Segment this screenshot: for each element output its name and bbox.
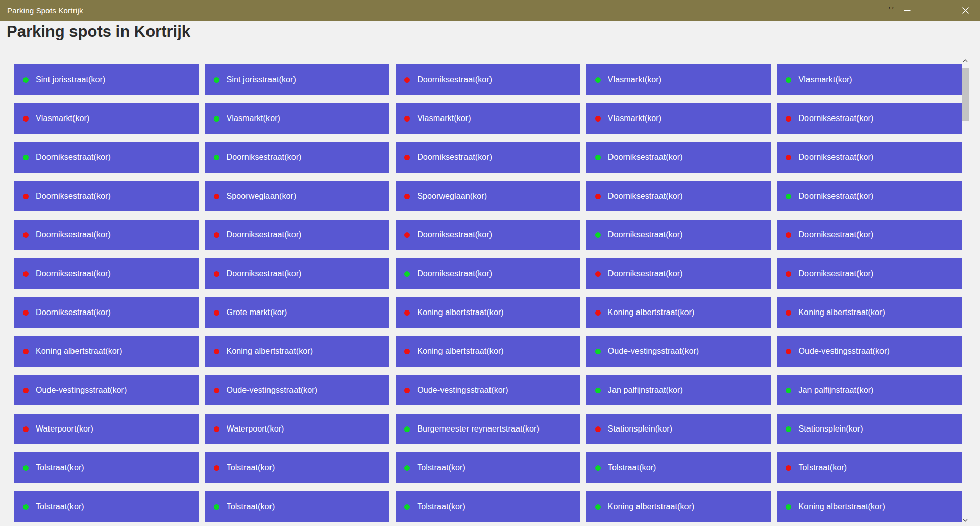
spot-button[interactable]: Doorniksestraat(kor): [777, 258, 962, 289]
spot-button[interactable]: Jan palfijnstraat(kor): [586, 375, 771, 405]
spot-button[interactable]: Doorniksestraat(kor): [777, 181, 962, 211]
status-dot-green: [786, 77, 791, 83]
spot-button[interactable]: Waterpoort(kor): [205, 414, 390, 444]
spot-button[interactable]: Vlasmarkt(kor): [586, 103, 771, 134]
spot-button[interactable]: Tolstraat(kor): [205, 452, 390, 483]
spot-button[interactable]: Tolstraat(kor): [777, 452, 962, 483]
spot-button[interactable]: Vlasmarkt(kor): [396, 103, 580, 134]
spot-button[interactable]: Oude-vestingsstraat(kor): [14, 375, 199, 405]
status-dot-green: [595, 388, 601, 393]
spot-button[interactable]: Vlasmarkt(kor): [14, 103, 199, 134]
scroll-up-button[interactable]: [962, 57, 969, 64]
status-dot-red: [786, 232, 791, 238]
spot-button[interactable]: Doorniksestraat(kor): [14, 181, 199, 211]
vertical-scrollbar[interactable]: [962, 51, 969, 526]
spot-button[interactable]: Koning albertstraat(kor): [396, 336, 580, 367]
spot-button[interactable]: Stationsplein(kor): [586, 414, 771, 444]
spot-label: Tolstraat(kor): [798, 463, 847, 472]
spot-button[interactable]: Vlasmarkt(kor): [777, 64, 962, 95]
status-dot-green: [23, 155, 29, 160]
spot-button[interactable]: Tolstraat(kor): [396, 491, 580, 522]
spot-button[interactable]: Koning albertstraat(kor): [777, 491, 962, 522]
spot-button[interactable]: Koning albertstraat(kor): [205, 336, 390, 367]
spot-button[interactable]: Koning albertstraat(kor): [14, 336, 199, 367]
spot-label: Oude-vestingsstraat(kor): [36, 386, 127, 395]
spot-button[interactable]: Oude-vestingsstraat(kor): [396, 375, 580, 405]
spot-button[interactable]: Vlasmarkt(kor): [205, 103, 390, 134]
spot-button[interactable]: Burgemeester reynaertstraat(kor): [396, 414, 580, 444]
status-dot-green: [595, 232, 601, 238]
spot-button[interactable]: Doorniksestraat(kor): [586, 220, 771, 250]
spot-button[interactable]: Sint jorisstraat(kor): [205, 64, 390, 95]
status-dot-red: [23, 388, 29, 393]
spot-button[interactable]: Sint jorisstraat(kor): [14, 64, 199, 95]
spot-button[interactable]: Jan palfijnstraat(kor): [777, 375, 962, 405]
spot-button[interactable]: Doorniksestraat(kor): [586, 142, 771, 173]
spot-button[interactable]: Oude-vestingsstraat(kor): [586, 336, 771, 367]
spot-button[interactable]: Grote markt(kor): [205, 297, 390, 328]
spot-label: Vlasmarkt(kor): [608, 114, 662, 123]
spot-label: Doorniksestraat(kor): [227, 230, 302, 240]
spot-button[interactable]: Doorniksestraat(kor): [205, 258, 390, 289]
restore-button[interactable]: [922, 0, 951, 21]
status-dot-red: [786, 116, 791, 122]
spot-button[interactable]: Tolstraat(kor): [14, 452, 199, 483]
spot-button[interactable]: Vlasmarkt(kor): [586, 64, 771, 95]
spot-button[interactable]: Koning albertstraat(kor): [777, 297, 962, 328]
close-button[interactable]: [951, 0, 980, 21]
status-dot-red: [404, 116, 410, 122]
spot-button[interactable]: Doorniksestraat(kor): [396, 220, 580, 250]
spot-label: Oude-vestingsstraat(kor): [608, 347, 699, 356]
spot-button[interactable]: Doorniksestraat(kor): [777, 142, 962, 173]
spot-button[interactable]: Stationsplein(kor): [777, 414, 962, 444]
spot-button[interactable]: Doorniksestraat(kor): [396, 142, 580, 173]
spot-button[interactable]: Doorniksestraat(kor): [586, 181, 771, 211]
spot-label: Doorniksestraat(kor): [36, 153, 111, 162]
status-dot-red: [404, 310, 410, 316]
spot-button[interactable]: Doorniksestraat(kor): [14, 297, 199, 328]
status-dot-green: [404, 271, 410, 277]
spot-button[interactable]: Doorniksestraat(kor): [14, 220, 199, 250]
spot-button[interactable]: Doorniksestraat(kor): [396, 258, 580, 289]
status-dot-green: [595, 465, 601, 471]
spot-label: Koning albertstraat(kor): [608, 502, 695, 511]
spot-button[interactable]: Doorniksestraat(kor): [586, 258, 771, 289]
spot-button[interactable]: Doorniksestraat(kor): [205, 142, 390, 173]
spot-button[interactable]: Oude-vestingsstraat(kor): [777, 336, 962, 367]
close-icon: [962, 7, 969, 14]
spot-button[interactable]: Koning albertstraat(kor): [586, 297, 771, 328]
spot-button[interactable]: Doorniksestraat(kor): [777, 103, 962, 134]
spot-button[interactable]: Oude-vestingsstraat(kor): [205, 375, 390, 405]
spot-button[interactable]: Doorniksestraat(kor): [777, 220, 962, 250]
spot-button[interactable]: Koning albertstraat(kor): [586, 491, 771, 522]
status-dot-red: [23, 232, 29, 238]
status-dot-green: [404, 426, 410, 432]
spot-label: Doorniksestraat(kor): [417, 269, 492, 278]
spot-label: Spoorweglaan(kor): [227, 192, 297, 201]
spot-button[interactable]: Tolstraat(kor): [586, 452, 771, 483]
spot-button[interactable]: Doorniksestraat(kor): [396, 64, 580, 95]
status-dot-green: [595, 504, 601, 510]
spot-button[interactable]: Waterpoort(kor): [14, 414, 199, 444]
status-dot-red: [786, 349, 791, 354]
spot-button[interactable]: Koning albertstraat(kor): [396, 297, 580, 328]
status-dot-red: [404, 388, 410, 393]
status-dot-green: [404, 465, 410, 471]
status-dot-red: [214, 465, 219, 471]
spot-button[interactable]: Doorniksestraat(kor): [205, 220, 390, 250]
minimize-button[interactable]: [893, 0, 922, 21]
spot-label: Doorniksestraat(kor): [608, 192, 683, 201]
spot-button[interactable]: Spoorweglaan(kor): [396, 181, 580, 211]
spot-button[interactable]: Doorniksestraat(kor): [14, 142, 199, 173]
spot-button[interactable]: Tolstraat(kor): [14, 491, 199, 522]
spot-button[interactable]: Doorniksestraat(kor): [14, 258, 199, 289]
spot-button[interactable]: Spoorweglaan(kor): [205, 181, 390, 211]
spot-button[interactable]: Tolstraat(kor): [205, 491, 390, 522]
scroll-down-button[interactable]: [962, 517, 969, 524]
minimize-icon: [904, 7, 911, 14]
spot-label: Oude-vestingsstraat(kor): [417, 386, 508, 395]
scrollbar-thumb[interactable]: [962, 68, 969, 121]
spot-label: Burgemeester reynaertstraat(kor): [417, 424, 540, 434]
spot-button[interactable]: Tolstraat(kor): [396, 452, 580, 483]
status-dot-red: [786, 465, 791, 471]
